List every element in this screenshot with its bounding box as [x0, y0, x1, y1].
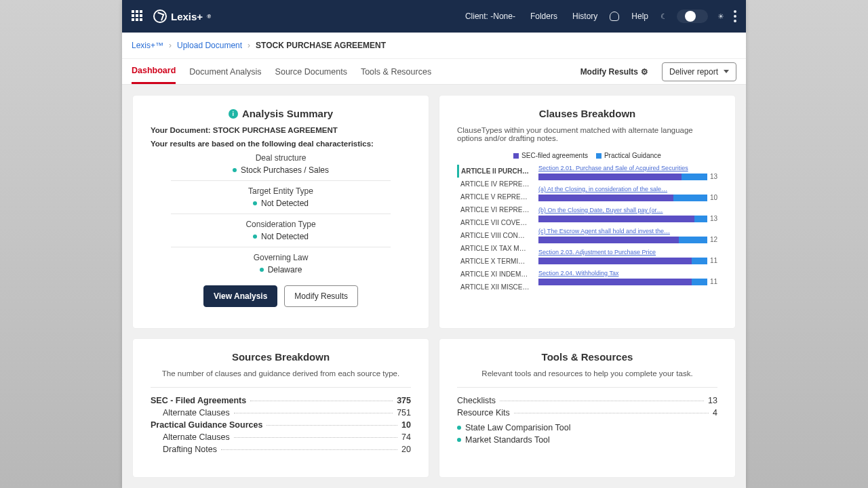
- chart-bar-label[interactable]: Section 2.04. Withholding Tax: [538, 270, 717, 277]
- characteristic-value: Not Detected: [151, 199, 411, 208]
- brand-name: Lexis+: [171, 11, 203, 22]
- history-link[interactable]: History: [570, 9, 600, 24]
- settings-icon: ⚙: [641, 67, 648, 77]
- sources-breakdown-card: Sources Breakdown The number of clauses …: [133, 339, 429, 478]
- sources-row[interactable]: Alternate Clauses751: [151, 408, 411, 418]
- modify-results-button[interactable]: Modify Results: [284, 285, 358, 307]
- chart-bar-label[interactable]: (c) The Escrow Agent shall hold and inve…: [538, 228, 717, 235]
- chart-bar-label[interactable]: Section 2.03. Adjustment to Purchase Pri…: [538, 249, 717, 256]
- legend-swatch-sec: [513, 153, 519, 159]
- clauses-breakdown-desc: ClauseTypes within your document matched…: [457, 126, 717, 142]
- info-icon: i: [229, 109, 238, 119]
- analysis-summary-title: i Analysis Summary: [151, 108, 411, 119]
- tool-link[interactable]: State Law Comparision Tool: [457, 423, 717, 432]
- logo-icon: [153, 9, 167, 23]
- sources-row[interactable]: Practical Guidance Sources10: [151, 420, 411, 430]
- chart-bar-value: 11: [710, 278, 717, 285]
- sources-breakdown-title: Sources Breakdown: [151, 351, 411, 363]
- article-item[interactable]: ARTICLE II PURCH…: [457, 165, 532, 178]
- article-item[interactable]: ARTICLE XI INDEM…: [457, 268, 532, 281]
- chart-bar-value: 11: [710, 257, 717, 264]
- chart-bar-row: (a) At the Closing, in consideration of …: [538, 186, 717, 201]
- tab-dashboard[interactable]: Dashboard: [132, 59, 176, 84]
- article-item[interactable]: ARTICLE VII COVE…: [457, 216, 532, 229]
- article-item[interactable]: ARTICLE V REPRES…: [457, 190, 532, 203]
- sources-breakdown-desc: The number of clauses and guidance deriv…: [151, 369, 411, 378]
- chevron-down-icon: [724, 70, 729, 73]
- tab-source-documents[interactable]: Source Documents: [275, 60, 347, 83]
- help-link[interactable]: Help: [629, 9, 651, 24]
- tools-resources-card: Tools & Resources Relevant tools and res…: [439, 339, 735, 478]
- article-list: ARTICLE II PURCH…ARTICLE IV REPRE…ARTICL…: [457, 165, 532, 293]
- chart-bar-value: 13: [710, 215, 717, 222]
- article-item[interactable]: ARTICLE X TERMI…: [457, 255, 532, 268]
- your-document-line: Your Document: STOCK PURCHASE AGREEMENT: [151, 126, 411, 134]
- article-item[interactable]: ARTICLE VI REPRE…: [457, 203, 532, 216]
- tools-row[interactable]: Checklists13: [457, 396, 717, 405]
- based-on-line: Your results are based on the following …: [151, 140, 411, 148]
- characteristic-label: Consideration Type: [151, 220, 411, 229]
- sources-row[interactable]: Alternate Clauses74: [151, 432, 411, 442]
- chart-bar-label[interactable]: (a) At the Closing, in consideration of …: [538, 186, 717, 192]
- breadcrumb-mid[interactable]: Upload Document: [177, 41, 242, 50]
- folders-link[interactable]: Folders: [528, 9, 560, 24]
- tab-tools-resources[interactable]: Tools & Resources: [361, 60, 431, 83]
- more-menu-icon[interactable]: [734, 10, 736, 22]
- characteristic-label: Target Entity Type: [151, 186, 411, 196]
- tab-document-analysis[interactable]: Document Analysis: [189, 60, 261, 83]
- article-item[interactable]: ARTICLE IX TAX M…: [457, 242, 532, 255]
- article-item[interactable]: ARTICLE IV REPRE…: [457, 178, 532, 190]
- clauses-chart: Section 2.01. Purchase and Sale of Acqui…: [538, 165, 717, 293]
- tools-resources-title: Tools & Resources: [457, 351, 717, 363]
- characteristic-label: Deal structure: [151, 153, 411, 163]
- chart-bar-row: (c) The Escrow Agent shall hold and inve…: [538, 228, 717, 243]
- breadcrumb-current: STOCK PURCHASE AGREEMENT: [256, 41, 386, 50]
- chart-bar-label[interactable]: (b) On the Closing Date, Buyer shall pay…: [538, 207, 717, 214]
- characteristic-label: Governing Law: [151, 253, 411, 262]
- breadcrumb: Lexis+™ › Upload Document › STOCK PURCHA…: [122, 33, 746, 59]
- characteristic-value: Stock Purchases / Sales: [151, 165, 411, 175]
- tools-resources-desc: Relevant tools and resources to help you…: [457, 369, 717, 378]
- chart-bar-row: (b) On the Closing Date, Buyer shall pay…: [538, 207, 717, 222]
- dashboard-main: i Analysis Summary Your Document: STOCK …: [122, 85, 746, 488]
- sources-row[interactable]: SEC - Filed Agreements375: [151, 396, 411, 405]
- tab-row: Dashboard Document Analysis Source Docum…: [122, 59, 746, 85]
- moon-icon: ☾: [660, 12, 667, 21]
- characteristic-value: Delaware: [151, 265, 411, 274]
- chart-bar-row: Section 2.04. Withholding Tax11: [538, 270, 717, 285]
- chart-bar-label[interactable]: Section 2.01. Purchase and Sale of Acqui…: [538, 165, 717, 171]
- apps-icon[interactable]: [132, 10, 144, 22]
- clauses-breakdown-title: Clauses Breakdown: [457, 108, 717, 119]
- breadcrumb-root[interactable]: Lexis+™: [132, 41, 163, 50]
- clauses-breakdown-card: Clauses Breakdown ClauseTypes within you…: [439, 96, 735, 328]
- chart-bar-value: 13: [710, 173, 717, 180]
- legend-swatch-pg: [596, 153, 601, 159]
- notifications-icon[interactable]: [610, 12, 619, 21]
- theme-toggle[interactable]: [677, 9, 708, 23]
- topbar: Lexis+ ® Client: -None- Folders History …: [122, 0, 746, 33]
- chart-bar-value: 12: [710, 236, 717, 243]
- sources-row[interactable]: Drafting Notes20: [151, 445, 411, 454]
- sun-icon: ☀: [717, 12, 724, 21]
- modify-results-link[interactable]: Modify Results ⚙: [580, 67, 648, 77]
- chart-legend: SEC-filed agreements Practical Guidance: [457, 152, 717, 159]
- chart-bar-row: Section 2.03. Adjustment to Purchase Pri…: [538, 249, 717, 264]
- chart-bar-value: 10: [710, 194, 717, 201]
- chart-bar-row: Section 2.01. Purchase and Sale of Acqui…: [538, 165, 717, 180]
- client-selector[interactable]: Client: -None-: [462, 9, 518, 24]
- tools-row[interactable]: Resource Kits4: [457, 408, 717, 418]
- characteristic-value: Not Detected: [151, 232, 411, 241]
- brand-logo[interactable]: Lexis+ ®: [153, 9, 211, 23]
- view-analysis-button[interactable]: View Analysis: [203, 285, 277, 307]
- tool-link[interactable]: Market Standards Tool: [457, 435, 717, 445]
- article-item[interactable]: ARTICLE VIII CON…: [457, 229, 532, 242]
- article-item[interactable]: ARTICLE XII MISCE…: [457, 281, 532, 293]
- deliver-report-button[interactable]: Deliver report: [662, 62, 736, 81]
- analysis-summary-card: i Analysis Summary Your Document: STOCK …: [133, 96, 429, 328]
